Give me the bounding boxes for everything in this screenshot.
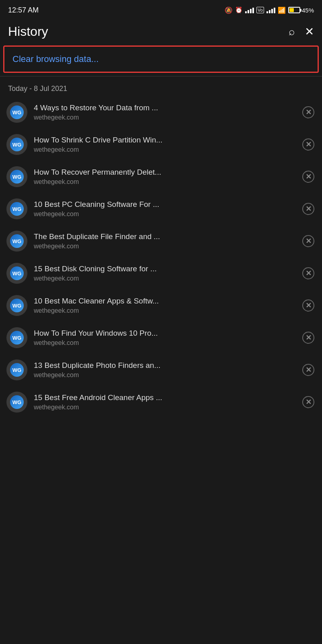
remove-button[interactable]: ✕ bbox=[301, 266, 316, 281]
history-url: wethegeek.com bbox=[34, 339, 295, 347]
remove-icon: ✕ bbox=[302, 203, 314, 215]
history-title: 4 Ways to Restore Your Data from ... bbox=[34, 103, 295, 112]
history-url: wethegeek.com bbox=[34, 146, 295, 153]
signal-bars-2 bbox=[266, 7, 275, 13]
history-content: 4 Ways to Restore Your Data from ... wet… bbox=[34, 103, 295, 121]
remove-icon: ✕ bbox=[302, 138, 314, 151]
favicon-container: WG bbox=[6, 231, 27, 252]
status-icons: 🔕 ⏰ Vo 📶 45% bbox=[225, 6, 314, 14]
remove-button[interactable]: ✕ bbox=[301, 234, 316, 248]
history-title: 13 Best Duplicate Photo Finders an... bbox=[34, 361, 295, 370]
history-url: wethegeek.com bbox=[34, 114, 295, 121]
remove-icon: ✕ bbox=[302, 364, 314, 376]
history-content: How To Recover Permanently Delet... weth… bbox=[34, 168, 295, 186]
history-content: 15 Best Free Android Cleaner Apps ... we… bbox=[34, 393, 295, 411]
header: History ⌕ ✕ bbox=[0, 19, 322, 45]
history-url: wethegeek.com bbox=[34, 243, 295, 250]
history-title: How To Find Your Windows 10 Pro... bbox=[34, 329, 295, 338]
remove-button[interactable]: ✕ bbox=[301, 298, 316, 313]
close-icon[interactable]: ✕ bbox=[305, 25, 314, 38]
history-item[interactable]: WG How To Find Your Windows 10 Pro... we… bbox=[0, 322, 322, 354]
history-url: wethegeek.com bbox=[34, 211, 295, 218]
history-item[interactable]: WG 4 Ways to Restore Your Data from ... … bbox=[0, 96, 322, 128]
favicon-container: WG bbox=[6, 327, 27, 348]
favicon-icon: WG bbox=[10, 299, 24, 312]
favicon-icon: WG bbox=[10, 105, 24, 119]
section-divider bbox=[0, 76, 322, 76]
favicon-icon: WG bbox=[10, 202, 24, 216]
remove-icon: ✕ bbox=[302, 235, 314, 247]
remove-button[interactable]: ✕ bbox=[301, 137, 316, 152]
status-time: 12:57 AM bbox=[8, 6, 39, 14]
history-content: 13 Best Duplicate Photo Finders an... we… bbox=[34, 361, 295, 379]
remove-button[interactable]: ✕ bbox=[301, 330, 316, 345]
search-icon[interactable]: ⌕ bbox=[289, 25, 295, 38]
history-content: 10 Best Mac Cleaner Apps & Softw... weth… bbox=[34, 297, 295, 314]
favicon-container: WG bbox=[6, 102, 27, 123]
remove-icon: ✕ bbox=[302, 396, 314, 408]
history-title: How To Shrink C Drive Partition Win... bbox=[34, 136, 295, 144]
history-item[interactable]: WG 10 Best PC Cleaning Software For ... … bbox=[0, 193, 322, 225]
section-date-label: Today - 8 Jul 2021 bbox=[0, 80, 322, 96]
remove-button[interactable]: ✕ bbox=[301, 105, 316, 120]
history-title: 10 Best PC Cleaning Software For ... bbox=[34, 200, 295, 209]
bell-muted-icon: 🔕 bbox=[225, 6, 233, 14]
history-title: The Best Duplicate File Finder and ... bbox=[34, 232, 295, 241]
remove-icon: ✕ bbox=[302, 171, 314, 183]
history-url: wethegeek.com bbox=[34, 404, 295, 411]
favicon-container: WG bbox=[6, 263, 27, 284]
clear-browsing-data-button[interactable]: Clear browsing data... bbox=[3, 45, 319, 73]
history-item[interactable]: WG How To Recover Permanently Delet... w… bbox=[0, 161, 322, 193]
history-title: 15 Best Disk Cloning Software for ... bbox=[34, 264, 295, 273]
header-actions: ⌕ ✕ bbox=[289, 25, 314, 38]
favicon-icon: WG bbox=[10, 363, 24, 377]
history-content: The Best Duplicate File Finder and ... w… bbox=[34, 232, 295, 250]
status-bar: 12:57 AM 🔕 ⏰ Vo 📶 45% bbox=[0, 0, 322, 19]
page-title: History bbox=[8, 24, 48, 39]
history-item[interactable]: WG 10 Best Mac Cleaner Apps & Softw... w… bbox=[0, 289, 322, 322]
history-url: wethegeek.com bbox=[34, 178, 295, 186]
favicon-container: WG bbox=[6, 166, 27, 187]
battery-container: 45% bbox=[288, 7, 314, 14]
favicon-container: WG bbox=[6, 295, 27, 316]
remove-button[interactable]: ✕ bbox=[301, 363, 316, 377]
favicon-icon: WG bbox=[10, 331, 24, 345]
remove-icon: ✕ bbox=[302, 332, 314, 344]
battery-fill bbox=[289, 8, 294, 12]
history-content: How To Find Your Windows 10 Pro... wethe… bbox=[34, 329, 295, 347]
history-title: 10 Best Mac Cleaner Apps & Softw... bbox=[34, 297, 295, 305]
history-url: wethegeek.com bbox=[34, 307, 295, 314]
signal-bars-1 bbox=[245, 7, 254, 13]
favicon-icon: WG bbox=[10, 170, 24, 184]
history-item[interactable]: WG 15 Best Disk Cloning Software for ...… bbox=[0, 257, 322, 289]
remove-button[interactable]: ✕ bbox=[301, 395, 316, 409]
favicon-icon: WG bbox=[10, 138, 24, 151]
favicon-icon: WG bbox=[10, 234, 24, 248]
history-item[interactable]: WG How To Shrink C Drive Partition Win..… bbox=[0, 128, 322, 161]
remove-icon: ✕ bbox=[302, 267, 314, 279]
history-item[interactable]: WG 15 Best Free Android Cleaner Apps ...… bbox=[0, 386, 322, 418]
history-list: WG 4 Ways to Restore Your Data from ... … bbox=[0, 96, 322, 418]
alarm-icon: ⏰ bbox=[235, 6, 243, 14]
wifi-icon: 📶 bbox=[278, 6, 286, 14]
favicon-container: WG bbox=[6, 198, 27, 219]
favicon-icon: WG bbox=[10, 395, 24, 409]
battery-percent: 45% bbox=[302, 7, 314, 14]
remove-button[interactable]: ✕ bbox=[301, 169, 316, 184]
favicon-container: WG bbox=[6, 359, 27, 380]
remove-icon: ✕ bbox=[302, 106, 314, 118]
favicon-container: WG bbox=[6, 392, 27, 413]
volte-icon: Vo bbox=[256, 7, 264, 13]
battery-icon bbox=[288, 7, 300, 13]
remove-icon: ✕ bbox=[302, 299, 314, 312]
history-item[interactable]: WG 13 Best Duplicate Photo Finders an...… bbox=[0, 354, 322, 386]
history-content: 15 Best Disk Cloning Software for ... we… bbox=[34, 264, 295, 282]
remove-button[interactable]: ✕ bbox=[301, 202, 316, 216]
history-url: wethegeek.com bbox=[34, 372, 295, 379]
history-item[interactable]: WG The Best Duplicate File Finder and ..… bbox=[0, 225, 322, 257]
history-url: wethegeek.com bbox=[34, 275, 295, 282]
favicon-container: WG bbox=[6, 134, 27, 155]
clear-browsing-data-label: Clear browsing data... bbox=[12, 54, 99, 64]
history-title: How To Recover Permanently Delet... bbox=[34, 168, 295, 177]
favicon-icon: WG bbox=[10, 266, 24, 280]
